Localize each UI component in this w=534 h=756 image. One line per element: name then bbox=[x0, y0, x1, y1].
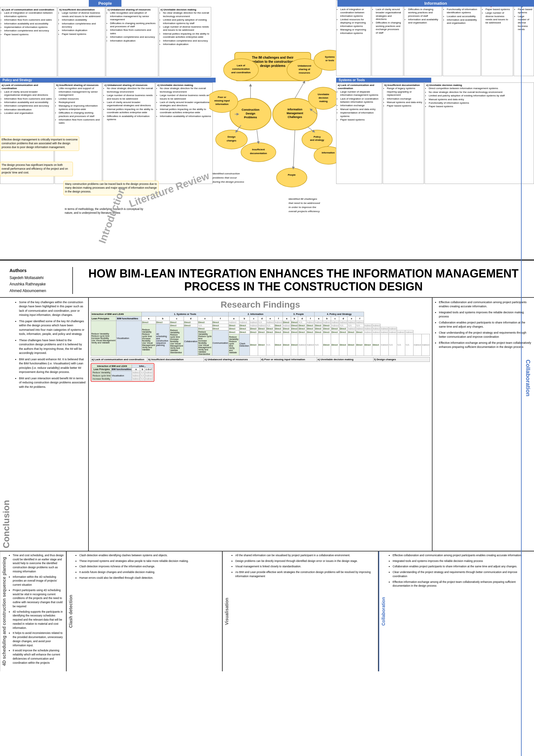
box-inf-d: d) Poor or missing about information Fun… bbox=[443, 0, 481, 76]
inset-r2-a: Indirect bbox=[132, 374, 140, 377]
cell-co-sf: Direct bbox=[258, 327, 266, 330]
conclusion-item-5: BIM and Lean interaction would benefit I… bbox=[19, 376, 86, 390]
bottom-section: Conclusion Some of the key challenges wi… bbox=[0, 297, 534, 551]
bottom-labels: a) Lack of communication and coordinatio… bbox=[91, 357, 430, 362]
collab-vert-label: Collaboration bbox=[521, 0, 534, 756]
cell-cm-psa: Indirect bbox=[364, 330, 372, 334]
author-1: Sajedeh Mollasalehi bbox=[10, 275, 66, 281]
bl-c: c) Unbalanced sharing of resources bbox=[204, 357, 260, 362]
cell-co-ib: Direct bbox=[274, 327, 282, 330]
th-lean-principles: Lean Principles bbox=[91, 316, 116, 321]
conclusion-item-3: These challenges have been linked to the… bbox=[19, 338, 86, 356]
cell-vis-sc: Direct bbox=[170, 321, 184, 324]
th-s-f: f bbox=[212, 316, 228, 321]
inset-r2-lean: Reduce cycle time bbox=[92, 374, 111, 377]
diag-text2: The design process has significant impac… bbox=[0, 162, 73, 176]
svg-text:Challenges: Challenges bbox=[288, 116, 302, 119]
cell-vis-if: Indirect bbox=[274, 321, 282, 324]
svg-text:problems that occur: problems that occur bbox=[212, 176, 237, 179]
collab-item-1: Effective collaboration and communicatio… bbox=[439, 300, 531, 309]
th-i-f: f bbox=[274, 316, 282, 321]
rf-text: Research Findings bbox=[221, 300, 300, 310]
cell-co-ie: Direct bbox=[298, 327, 306, 330]
cell-cl-sb: Direct bbox=[258, 334, 266, 356]
cell-co-sb: Direct bbox=[212, 327, 228, 330]
conclusion-item-4: BIM and Lean would enhance IM. It is bel… bbox=[19, 357, 86, 374]
cell-4d-psb: N/A bbox=[339, 324, 348, 327]
cell-cl-psf: Indirect bbox=[421, 334, 430, 356]
svg-text:design problems: design problems bbox=[260, 64, 285, 68]
svg-text:Design: Design bbox=[246, 112, 255, 115]
inset-lean: Lean Principles bbox=[92, 367, 111, 371]
cell-4d-pf: Direct bbox=[323, 324, 331, 327]
svg-text:changes: changes bbox=[227, 139, 236, 142]
th-i-e: e bbox=[266, 316, 274, 321]
cell-vis-se: Direct bbox=[198, 321, 212, 324]
bl-e: e) Unreliable decision making bbox=[317, 357, 374, 362]
cell-cm-ie: Direct bbox=[314, 330, 323, 334]
inset-r2-c: Indirect bbox=[145, 374, 153, 377]
svg-line-52 bbox=[293, 130, 295, 168]
lean-collab: Reduce VariabilityReduce cycle timeIncre… bbox=[170, 327, 184, 356]
cell-cl-ib: Indirect bbox=[306, 334, 314, 356]
th-ps-b: b bbox=[323, 316, 331, 321]
systems-tools-banner: Systems or Tools bbox=[336, 78, 431, 82]
cell-cl-psd: N/A bbox=[405, 334, 414, 356]
svg-text:during the design process: during the design process bbox=[212, 180, 245, 183]
box-e1-list: No clear strategic direction for the ove… bbox=[160, 12, 210, 46]
label-4d: 4D scheduling and construction sequence … bbox=[0, 552, 8, 671]
cell-4d-psc: N/A bbox=[348, 324, 356, 327]
lean-4d: Reduce VariabilityReduce cycle timeIncre… bbox=[142, 324, 156, 356]
box-c1-title: c) Unbalanced sharing of resources bbox=[108, 8, 157, 12]
cell-vis-psa: Indirect bbox=[314, 321, 323, 324]
box-left-a2-title: a) Lack of communication and coordinatio… bbox=[2, 84, 52, 90]
label-collab-bottom-text: Collaboration bbox=[381, 597, 386, 626]
svg-text:Systems: Systems bbox=[325, 56, 335, 58]
cell-vis-sd: Direct bbox=[184, 321, 198, 324]
th-p-f: f bbox=[306, 316, 314, 321]
box-b1-list: Large number of diverse business needs a… bbox=[59, 12, 104, 36]
label-vis: Visualisation bbox=[223, 552, 230, 671]
cell-4d-sf: Direct bbox=[239, 324, 250, 327]
author-3: Ahmed Aboumoemen bbox=[10, 288, 66, 294]
svg-text:that need to be addressed: that need to be addressed bbox=[288, 202, 320, 204]
cell-4d-se: Direct bbox=[228, 324, 239, 327]
bim-comm: Communication bbox=[212, 330, 228, 356]
th-people: 3. People bbox=[282, 312, 314, 316]
svg-text:missing input: missing input bbox=[214, 99, 230, 102]
inset-bim: BIM functionalities bbox=[111, 367, 132, 371]
authors-box: Authors Sajedeh Mollasalehi Anushka Rath… bbox=[10, 267, 73, 294]
item-collab-4: Clear understanding of the project strat… bbox=[392, 570, 532, 579]
conclusion-label: Conclusion bbox=[0, 298, 13, 551]
box-st-b: b) Insufficient documentation Range of l… bbox=[383, 82, 424, 184]
list-clash: Clash detection enables identifying clas… bbox=[76, 554, 220, 580]
cell-cm-pb: Direct bbox=[339, 330, 348, 334]
content-clash: Clash detection enables identifying clas… bbox=[74, 552, 222, 671]
collab-label-text: Collaboration bbox=[523, 360, 532, 396]
cell-vis-ie: Indirect bbox=[266, 321, 274, 324]
cell-co-if: Direct bbox=[306, 327, 314, 330]
cell-4d-id: Direct bbox=[274, 324, 282, 327]
cell-cl-pse: Indirect bbox=[413, 334, 421, 356]
panel-collab-right: Effective collaboration and communicatio… bbox=[433, 298, 534, 551]
cell-4d-sa: Direct bbox=[170, 324, 184, 327]
cell-co-pb: Direct bbox=[323, 327, 331, 330]
th-p-b: b bbox=[291, 316, 298, 321]
conclusion-content: Some of the key challenges within the co… bbox=[13, 298, 88, 551]
cell-4d-pse: Indirect bbox=[364, 324, 372, 327]
inset-row-1: Reduce Variability Visualisation Indirec… bbox=[92, 371, 153, 374]
cell-4d-pd: Direct bbox=[314, 324, 323, 327]
cell-4d-ic: N/A bbox=[266, 324, 274, 327]
table-row-2: Reduce VariabilityReduce cycle timeIncre… bbox=[91, 324, 430, 327]
svg-text:making: making bbox=[319, 100, 328, 103]
svg-text:Design: Design bbox=[227, 135, 235, 138]
cell-4d-sc: N/A bbox=[198, 324, 212, 327]
bl-a: a) Lack of communication and coordinatio… bbox=[91, 357, 147, 362]
collab-item-3: Collaboration enables project participan… bbox=[439, 321, 531, 329]
cell-cm-pa: Direct bbox=[331, 330, 339, 334]
item-vis-1: All the shared information can be visual… bbox=[235, 554, 376, 557]
inset-r1-bim: Visualisation bbox=[111, 371, 132, 380]
cell-vis-psf: Indirect bbox=[356, 321, 364, 324]
list-vis: All the shared information can be visual… bbox=[232, 554, 376, 579]
bl-b: b) Insufficient documentation bbox=[147, 357, 204, 362]
